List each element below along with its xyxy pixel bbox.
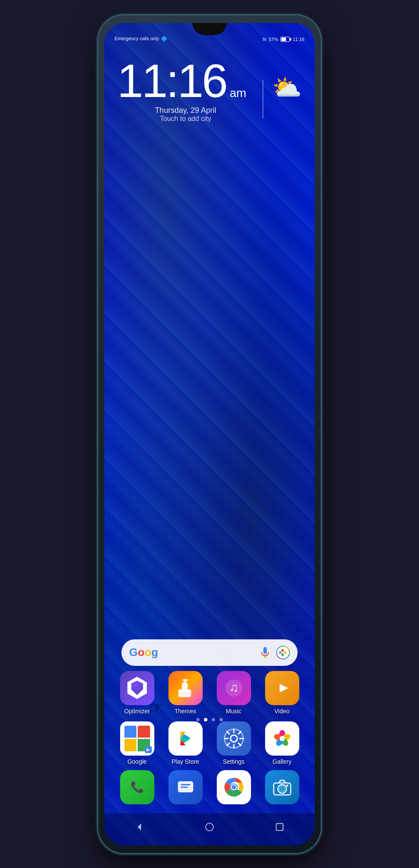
battery-percent: 57% bbox=[269, 37, 278, 42]
status-right: N 57% 11:16 bbox=[263, 37, 304, 42]
time-area: 11:16 am Thursday, 29 April Touch to add… bbox=[104, 57, 315, 123]
gallery-icon bbox=[265, 721, 299, 756]
google-label: Google bbox=[127, 758, 147, 765]
dot-1 bbox=[196, 718, 200, 721]
app-item-gallery[interactable]: Gallery bbox=[261, 721, 304, 765]
time-divider bbox=[263, 80, 263, 118]
dock-phone[interactable]: 📞 bbox=[116, 770, 159, 807]
svg-point-5 bbox=[279, 651, 281, 654]
dock: 📞 bbox=[104, 770, 315, 810]
app-row-2: ▶ Google bbox=[104, 721, 315, 765]
svg-line-23 bbox=[227, 731, 229, 734]
svg-marker-12 bbox=[280, 684, 288, 692]
svg-point-47 bbox=[206, 823, 213, 831]
playstore-label: Play Store bbox=[171, 758, 199, 765]
dock-row: 📞 bbox=[104, 770, 315, 807]
svg-rect-48 bbox=[276, 824, 283, 830]
svg-line-26 bbox=[227, 743, 229, 745]
svg-line-24 bbox=[238, 743, 241, 745]
dot-2 bbox=[204, 718, 207, 721]
clock-status: 11:16 bbox=[292, 37, 304, 42]
chrome-icon bbox=[217, 770, 251, 804]
battery-icon bbox=[280, 37, 290, 42]
gallery-label: Gallery bbox=[272, 758, 291, 765]
nfc-indicator: N bbox=[263, 37, 266, 42]
svg-point-18 bbox=[230, 735, 237, 742]
settings-icon bbox=[217, 721, 251, 756]
voice-search-button[interactable] bbox=[259, 647, 271, 659]
svg-point-3 bbox=[284, 651, 286, 654]
messages-icon bbox=[168, 770, 203, 804]
svg-point-40 bbox=[232, 785, 236, 789]
dock-chrome[interactable] bbox=[212, 770, 255, 807]
status-left: Emergency calls only 🔷 bbox=[115, 35, 168, 42]
svg-line-25 bbox=[238, 731, 241, 734]
add-city-prompt[interactable]: Touch to add city bbox=[117, 115, 254, 123]
svg-rect-9 bbox=[183, 679, 188, 681]
phone-screen: Emergency calls only 🔷 N 57% 11:16 11:16 bbox=[104, 23, 315, 845]
svg-rect-0 bbox=[263, 647, 267, 654]
dot-3 bbox=[212, 718, 215, 721]
settings-label: Settings bbox=[223, 758, 245, 765]
weather-icon: ⛅ bbox=[272, 76, 302, 100]
app-item-playstore[interactable]: Play Store bbox=[164, 721, 207, 765]
app-item-themes[interactable]: Themes bbox=[164, 671, 207, 715]
big-clock: 11:16 am bbox=[117, 57, 254, 104]
svg-point-2 bbox=[281, 649, 284, 652]
svg-point-45 bbox=[286, 784, 288, 786]
app-row-1: ☞ Optimizer Themes bbox=[104, 671, 315, 715]
nfc-icon: 🔷 bbox=[161, 35, 168, 42]
app-item-video[interactable]: Video bbox=[261, 671, 304, 715]
music-label: Music bbox=[226, 708, 242, 715]
google-logo: Goog bbox=[129, 646, 158, 659]
video-label: Video bbox=[274, 708, 290, 715]
am-pm: am bbox=[230, 87, 246, 99]
home-button[interactable] bbox=[202, 819, 217, 835]
camera-icon bbox=[265, 770, 299, 804]
video-icon bbox=[265, 671, 299, 705]
time-left: 11:16 am Thursday, 29 April Touch to add… bbox=[117, 57, 254, 123]
themes-icon bbox=[168, 671, 203, 705]
dot-4 bbox=[219, 718, 223, 721]
lens-search-button[interactable] bbox=[276, 646, 290, 659]
recents-button[interactable] bbox=[272, 819, 287, 835]
app-item-settings[interactable]: Settings bbox=[212, 721, 255, 765]
playstore-icon bbox=[168, 721, 203, 756]
svg-marker-46 bbox=[138, 824, 141, 830]
weather-widget[interactable]: ⛅ bbox=[272, 76, 302, 104]
page-indicators bbox=[104, 718, 315, 721]
nav-bar bbox=[104, 813, 315, 845]
app-item-optimizer[interactable]: ☞ Optimizer bbox=[116, 671, 159, 715]
date-display: Thursday, 29 April bbox=[117, 106, 254, 115]
svg-text:📞: 📞 bbox=[130, 780, 145, 794]
dock-camera[interactable] bbox=[261, 770, 304, 807]
optimizer-label: Optimizer bbox=[124, 708, 150, 715]
back-button[interactable] bbox=[132, 819, 147, 835]
svg-point-32 bbox=[280, 736, 285, 741]
app-item-music[interactable]: ♫ Music bbox=[212, 671, 255, 715]
phone-frame: Emergency calls only 🔷 N 57% 11:16 11:16 bbox=[98, 15, 321, 853]
app-item-google[interactable]: ▶ Google bbox=[116, 721, 159, 765]
google-app-icon: ▶ bbox=[120, 721, 154, 756]
emergency-text: Emergency calls only bbox=[115, 36, 159, 41]
svg-point-44 bbox=[281, 788, 283, 790]
themes-label: Themes bbox=[174, 708, 196, 715]
svg-point-4 bbox=[281, 653, 284, 656]
music-icon: ♫ bbox=[217, 671, 251, 705]
phone-icon: 📞 bbox=[120, 770, 154, 804]
clock-digits: 11:16 bbox=[117, 57, 226, 104]
cursor-icon: ☞ bbox=[149, 699, 163, 717]
dock-messages[interactable] bbox=[164, 770, 207, 807]
google-search-bar[interactable]: Goog bbox=[121, 639, 298, 666]
svg-text:♫: ♫ bbox=[229, 681, 238, 694]
